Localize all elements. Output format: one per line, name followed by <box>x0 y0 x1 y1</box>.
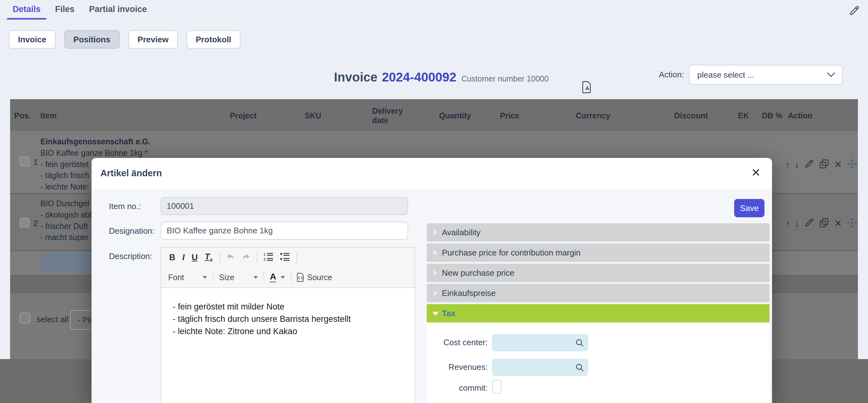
commit-label: commit: <box>427 383 488 393</box>
save-button[interactable]: Save <box>734 199 765 217</box>
source-button[interactable]: Source <box>297 272 332 282</box>
preview-button[interactable]: Preview <box>128 30 178 49</box>
font-dropdown[interactable]: Font <box>168 273 207 282</box>
col-pos: Pos. <box>14 111 31 120</box>
svg-text:2: 2 <box>264 257 266 261</box>
revenues-field[interactable] <box>492 359 588 376</box>
edit-icon[interactable] <box>804 159 814 170</box>
row2-line3: - frischer Duft <box>40 221 100 232</box>
move-up-icon[interactable]: ↑ <box>785 217 790 230</box>
table-header: Pos. Item Project SKU Delivery date Quan… <box>10 99 858 131</box>
accordion-einkaufspreise[interactable]: Einkaufspreise <box>427 284 770 302</box>
row1-line1: Einkaufsgenossenschaft e.G. <box>40 136 205 147</box>
col-discount: Discount <box>674 111 708 120</box>
toolbar-divider <box>264 272 264 283</box>
copy-icon[interactable] <box>819 217 830 229</box>
delete-icon[interactable]: ✕ <box>834 217 842 230</box>
editor-toolbar-row1: B I U Tx 1 2 <box>161 248 414 267</box>
title-invoice-label: Invoice <box>334 70 377 84</box>
col-db: DB % <box>762 111 782 120</box>
row2-line2: - ökologish abb <box>40 209 100 221</box>
drag-move-icon[interactable] <box>846 158 858 171</box>
action-row: Action: please select ... <box>659 65 843 85</box>
bold-icon[interactable]: B <box>169 253 176 262</box>
screen: Details Files Partial invoice Invoice Po… <box>0 0 868 403</box>
accordion-purchase-price-cm[interactable]: Purchase price for contribution margin <box>427 243 770 262</box>
tab-files[interactable]: Files <box>55 0 75 20</box>
accordion-label: Einkaufspreise <box>442 288 496 298</box>
accordion-new-purchase-price[interactable]: New purchase price <box>427 264 770 282</box>
protokoll-button[interactable]: Protokoll <box>187 30 241 49</box>
drag-move-icon[interactable] <box>846 217 858 230</box>
title-customer-number: Customer number 10000 <box>461 74 549 83</box>
editor-toolbar-row2: Font Size A <box>161 267 414 288</box>
remove-format-icon[interactable]: Tx <box>205 252 213 263</box>
edit-icon[interactable] <box>804 218 814 229</box>
row2-line1: BIO Duschgel 50 <box>40 198 100 209</box>
svg-text:1: 1 <box>264 252 266 256</box>
row2-actions: ↑ ↓ ✕ <box>785 217 858 230</box>
accordion-label: Availability <box>442 228 480 237</box>
collapsed-arrow-icon <box>434 290 437 296</box>
action-label: Action: <box>659 70 684 80</box>
underline-icon[interactable]: U <box>192 253 198 262</box>
pdf-icon[interactable] <box>582 81 592 95</box>
delete-icon[interactable]: ✕ <box>834 158 842 171</box>
col-delivery-date: Delivery date <box>372 106 407 125</box>
row1-checkbox[interactable] <box>20 156 30 167</box>
close-icon[interactable]: ✕ <box>751 166 761 179</box>
accordion-label: Tax <box>442 309 456 318</box>
ordered-list-icon[interactable]: 1 2 <box>263 252 274 263</box>
edit-pencil-icon[interactable] <box>848 5 860 18</box>
undo-icon[interactable] <box>226 252 236 263</box>
description-content[interactable]: - fein geröstet mit milder Note - täglic… <box>161 288 414 350</box>
size-dropdown[interactable]: Size <box>219 273 258 282</box>
cost-center-field[interactable] <box>492 334 588 351</box>
move-down-icon[interactable]: ↓ <box>795 158 800 171</box>
tabs: Details Files Partial invoice <box>12 0 147 20</box>
title-invoice-number: 2024-400092 <box>382 70 457 84</box>
select-all-checkbox[interactable] <box>20 313 30 323</box>
move-up-icon[interactable]: ↑ <box>785 158 790 171</box>
row1-actions: ↑ ↓ ✕ <box>785 158 858 171</box>
toolbar-divider <box>297 252 297 263</box>
select-all-label: select all <box>37 315 68 324</box>
source-button-label: Source <box>307 273 332 282</box>
font-dropdown-label: Font <box>168 273 198 282</box>
accordion-label: New purchase price <box>442 268 515 278</box>
description-line: - leichte Note: Zitrone und Kakao <box>173 325 403 338</box>
italic-icon[interactable]: I <box>182 253 185 262</box>
description-label: Description: <box>109 251 152 261</box>
action-select[interactable]: please select ... <box>689 65 843 85</box>
top-tab-bar: Details Files Partial invoice <box>0 0 868 20</box>
tab-partial-invoice[interactable]: Partial invoice <box>88 0 147 20</box>
tax-panel: Cost center: Revenues: commit: <box>427 322 770 403</box>
accordion-tax[interactable]: Tax <box>427 304 770 322</box>
col-currency: Currency <box>576 111 611 120</box>
invoice-button[interactable]: Invoice <box>9 30 56 49</box>
designation-field[interactable] <box>161 222 408 240</box>
col-item: Item <box>40 111 57 120</box>
toolbar-divider <box>213 272 213 283</box>
row2-checkbox[interactable] <box>20 218 30 228</box>
caret-down-icon <box>203 276 207 279</box>
col-price: Price <box>500 111 519 120</box>
search-icon[interactable] <box>575 338 585 349</box>
row1-pos: 1 <box>33 157 38 167</box>
caret-down-icon <box>253 276 258 279</box>
collapsed-arrow-icon <box>434 229 437 236</box>
redo-icon[interactable] <box>241 252 251 263</box>
text-color-dropdown[interactable]: A <box>270 272 285 283</box>
positions-button[interactable]: Positions <box>64 30 120 49</box>
copy-icon[interactable] <box>819 159 830 171</box>
item-no-field[interactable] <box>161 197 408 215</box>
search-icon[interactable] <box>575 363 585 374</box>
expanded-arrow-icon <box>432 312 439 316</box>
accordion-label: Purchase price for contribution margin <box>442 248 581 258</box>
accordion-availability[interactable]: Availability <box>427 223 770 241</box>
tab-details[interactable]: Details <box>12 0 41 20</box>
commit-checkbox[interactable] <box>492 380 501 394</box>
bullet-list-icon[interactable] <box>280 252 290 263</box>
move-down-icon[interactable]: ↓ <box>795 217 800 230</box>
designation-label: Designation: <box>109 226 155 236</box>
